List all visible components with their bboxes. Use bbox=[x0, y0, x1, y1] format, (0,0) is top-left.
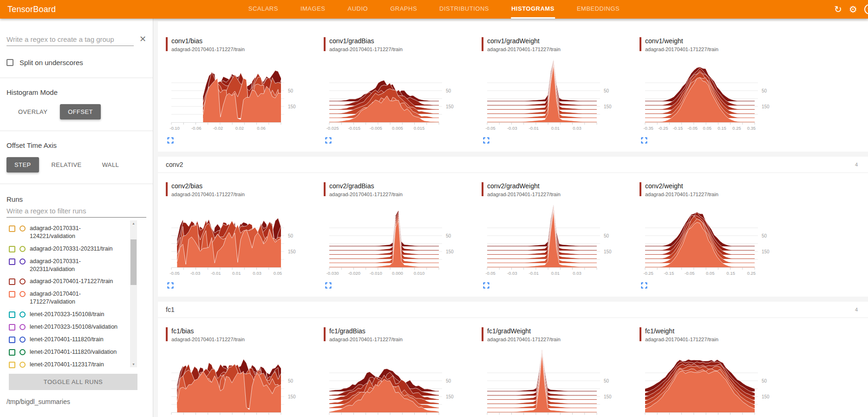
help-icon[interactable]: ? bbox=[864, 4, 868, 14]
run-checkbox[interactable]: ✓ bbox=[9, 337, 15, 343]
scroll-up-icon[interactable]: ▲ bbox=[132, 222, 135, 225]
run-row[interactable]: ✓ adagrad-20170331-202311/train bbox=[9, 243, 129, 255]
nav-tab[interactable]: GRAPHS bbox=[390, 0, 418, 19]
histogram-mode-option[interactable]: OVERLAY bbox=[10, 104, 55, 119]
run-radio[interactable] bbox=[20, 349, 26, 355]
run-row[interactable]: ✓ lenet-20170323-150108/validation bbox=[9, 321, 129, 333]
histogram-chart[interactable]: 50150 bbox=[166, 345, 319, 417]
svg-text:150: 150 bbox=[446, 249, 454, 254]
tag-group-header[interactable]: conv2 4 bbox=[158, 157, 868, 173]
svg-text:50: 50 bbox=[288, 233, 294, 238]
expand-icon[interactable] bbox=[325, 282, 333, 289]
run-radio[interactable] bbox=[20, 258, 26, 265]
run-radio[interactable] bbox=[20, 362, 26, 368]
run-row[interactable]: ✓ adagrad-20170401-171227/train bbox=[9, 275, 129, 288]
svg-text:-0.35: -0.35 bbox=[643, 126, 653, 131]
svg-text:0.25: 0.25 bbox=[747, 271, 756, 276]
run-name: lenet-20170323-150108/train bbox=[30, 311, 123, 318]
run-checkbox[interactable]: ✓ bbox=[9, 258, 15, 265]
nav-tabs: SCALARS IMAGES AUDIO GRAPHS DISTRIBUTION… bbox=[248, 0, 620, 19]
nav-tab[interactable]: EMBEDDINGS bbox=[576, 0, 620, 19]
histogram-mode-option[interactable]: OFFSET bbox=[60, 104, 101, 119]
run-color-bar bbox=[324, 327, 326, 341]
run-radio[interactable] bbox=[20, 337, 26, 343]
histogram-chart[interactable]: 50150-0.030-0.020-0.0100.0000.010 bbox=[324, 200, 477, 278]
toggle-all-runs-button[interactable]: TOGGLE ALL RUNS bbox=[9, 374, 137, 390]
tag-group-name: conv2 bbox=[166, 161, 183, 168]
svg-text:50: 50 bbox=[446, 378, 451, 384]
run-radio[interactable] bbox=[20, 324, 26, 330]
run-row[interactable]: ✓ lenet-20170323-150108/train bbox=[9, 308, 129, 321]
run-radio[interactable] bbox=[20, 225, 26, 232]
run-row[interactable]: ✓ adagrad-20170331-202311/validation bbox=[9, 255, 129, 276]
scrollbar-thumb[interactable] bbox=[131, 239, 137, 285]
tag-group-header[interactable]: fc1 4 bbox=[158, 302, 868, 318]
runs-scrollbar[interactable]: ▲ ▼ bbox=[130, 220, 137, 367]
nav-tab[interactable]: DISTRIBUTIONS bbox=[439, 0, 489, 19]
run-regex-input[interactable] bbox=[7, 204, 146, 218]
run-radio[interactable] bbox=[20, 291, 26, 297]
run-row[interactable]: ✓ lenet-20170401-112317/train bbox=[9, 358, 129, 370]
run-checkbox[interactable]: ✓ bbox=[9, 311, 15, 318]
chart-run-subtitle: adagrad-20170401-171227/train bbox=[645, 46, 718, 52]
time-axis-option[interactable]: WALL bbox=[94, 157, 127, 172]
run-radio[interactable] bbox=[20, 246, 26, 252]
refresh-icon[interactable]: ↻ bbox=[834, 5, 842, 14]
expand-icon[interactable] bbox=[483, 137, 490, 144]
nav-tab[interactable]: IMAGES bbox=[300, 0, 326, 19]
tag-group-regex-input[interactable] bbox=[7, 33, 134, 46]
run-checkbox[interactable]: ✓ bbox=[9, 362, 15, 368]
chart-run-subtitle: adagrad-20170401-171227/train bbox=[171, 337, 245, 342]
histogram-chart[interactable]: 50150-0.25-0.15-0.050.050.150.25 bbox=[640, 200, 793, 278]
histogram-chart[interactable]: 50150 bbox=[324, 345, 477, 417]
nav-tab[interactable]: HISTOGRAMS bbox=[511, 0, 555, 19]
histogram-chart[interactable]: 50150 bbox=[482, 345, 635, 417]
nav-tab[interactable]: SCALARS bbox=[248, 0, 279, 19]
run-color-bar bbox=[482, 327, 483, 341]
run-row[interactable]: ✓ adagrad-20170331-124221/validation bbox=[9, 222, 129, 243]
run-name: adagrad-20170401-171227/validation bbox=[30, 290, 123, 306]
expand-icon[interactable] bbox=[641, 282, 648, 289]
run-checkbox[interactable]: ✓ bbox=[9, 291, 15, 298]
tag-group-filter-row: ✕ bbox=[7, 19, 146, 46]
histogram-chart[interactable]: 50150-0.025-0.015-0.0050.0050.015 bbox=[324, 55, 477, 133]
run-radio[interactable] bbox=[20, 278, 26, 285]
run-checkbox[interactable]: ✓ bbox=[9, 349, 15, 356]
svg-text:-0.01: -0.01 bbox=[211, 271, 221, 276]
run-radio[interactable] bbox=[20, 311, 26, 318]
run-row[interactable]: ✓ adagrad-20170401-171227/validation bbox=[9, 288, 129, 308]
expand-icon[interactable] bbox=[167, 282, 175, 289]
split-on-underscores-row[interactable]: Split on underscores bbox=[7, 59, 146, 66]
run-checkbox[interactable]: ✓ bbox=[9, 225, 15, 232]
svg-text:0.010: 0.010 bbox=[414, 271, 425, 276]
expand-icon[interactable] bbox=[483, 282, 490, 289]
settings-gear-icon[interactable]: ⚙ bbox=[849, 5, 857, 14]
histogram-chart[interactable]: 50150 bbox=[640, 345, 793, 417]
expand-icon[interactable] bbox=[325, 137, 333, 144]
card-header: conv1/weight adagrad-20170401-171227/tra… bbox=[640, 37, 793, 53]
close-icon[interactable]: ✕ bbox=[139, 34, 146, 46]
run-row[interactable]: ✓ lenet-20170401-111820/train bbox=[9, 333, 129, 346]
histogram-chart[interactable]: 50150-0.35-0.25-0.15-0.050.050.150.250.3… bbox=[640, 55, 793, 133]
run-checkbox[interactable]: ✓ bbox=[9, 324, 15, 331]
histogram-chart[interactable]: 50150-0.05-0.03-0.010.010.03 bbox=[482, 200, 635, 278]
run-row[interactable]: ✓ lenet-20170401-111820/validation bbox=[9, 346, 129, 358]
time-axis-option[interactable]: STEP bbox=[7, 157, 39, 172]
svg-text:-0.01: -0.01 bbox=[529, 126, 539, 131]
tag-group-count: 4 bbox=[855, 307, 858, 312]
time-axis-option[interactable]: RELATIVE bbox=[44, 157, 90, 172]
histogram-chart[interactable]: 50150-0.05-0.03-0.010.010.03 bbox=[482, 55, 635, 133]
histogram-card: conv1/gradBias adagrad-20170401-171227/t… bbox=[324, 37, 482, 146]
histogram-chart[interactable]: 50150-0.05-0.03-0.010.010.030.05 bbox=[166, 200, 319, 278]
split-checkbox[interactable] bbox=[7, 59, 13, 66]
expand-icon[interactable] bbox=[167, 137, 175, 144]
nav-tab[interactable]: AUDIO bbox=[347, 0, 369, 19]
svg-text:-0.015: -0.015 bbox=[348, 126, 360, 131]
scroll-down-icon[interactable]: ▼ bbox=[132, 363, 135, 366]
expand-icon[interactable] bbox=[641, 137, 648, 144]
run-color-bar bbox=[324, 37, 326, 51]
run-checkbox[interactable]: ✓ bbox=[9, 246, 15, 252]
svg-text:150: 150 bbox=[288, 394, 296, 399]
run-checkbox[interactable]: ✓ bbox=[9, 278, 15, 285]
histogram-chart[interactable]: 50150-0.10-0.06-0.020.020.06 bbox=[166, 55, 319, 133]
